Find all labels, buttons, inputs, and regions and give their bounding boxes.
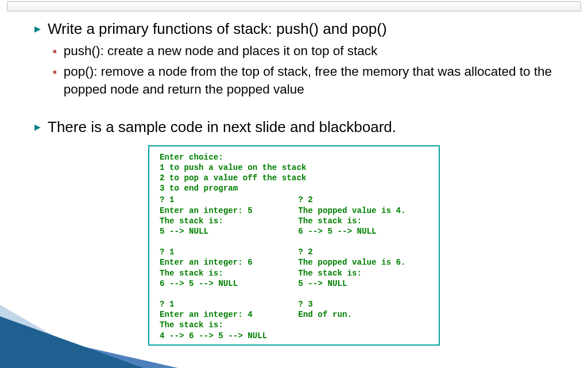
- bullet-text: There is a sample code in next slide and…: [48, 118, 396, 137]
- decorative-triangle: [0, 316, 144, 368]
- bullet-text: pop(): remove a node from the top of sta…: [64, 63, 554, 98]
- code-output-box: Enter choice: 1 to push a value on the s…: [148, 145, 440, 346]
- address-bar[interactable]: [7, 1, 581, 11]
- bullet-text: push(): create a new node and places it …: [64, 42, 378, 60]
- square-icon: ■: [53, 48, 57, 55]
- arrow-icon: ▶: [34, 122, 41, 131]
- bullet-lvl2-2: ■ pop(): remove a node from the top of s…: [53, 63, 554, 98]
- code-right-col: ? 2 The popped value is 4. The stack is:…: [298, 195, 405, 340]
- slide-content: ▶ Write a primary functions of stack: pu…: [0, 11, 588, 346]
- bullet-lvl1-1: ▶ Write a primary functions of stack: pu…: [34, 20, 554, 39]
- arrow-icon: ▶: [34, 24, 41, 33]
- bullet-lvl2-1: ■ push(): create a new node and places i…: [53, 42, 554, 60]
- square-icon: ■: [53, 68, 57, 75]
- code-left-col: ? 1 Enter an integer: 5 The stack is: 5 …: [160, 195, 267, 340]
- bullet-text: Write a primary functions of stack: push…: [48, 20, 387, 39]
- bullet-lvl1-2: ▶ There is a sample code in next slide a…: [34, 118, 554, 137]
- code-header: Enter choice: 1 to push a value on the s…: [160, 152, 432, 194]
